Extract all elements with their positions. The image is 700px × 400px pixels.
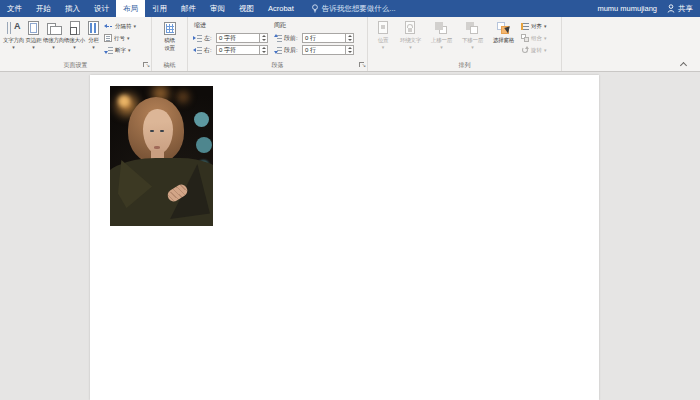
share-button[interactable]: 共享 [667, 4, 693, 14]
indent-left-label: 左: [204, 34, 214, 43]
woman-eye [150, 130, 154, 132]
lightbulb-icon [311, 4, 319, 13]
selection-pane-button[interactable]: 选择窗格 [488, 19, 519, 44]
wrap-text-label: 环绕文字 [400, 37, 421, 44]
grid-settings-label-line2: 设置 [164, 45, 175, 52]
position-icon [376, 21, 391, 36]
page-setup-dialog-launcher[interactable] [143, 62, 150, 69]
collapse-ribbon-button[interactable] [679, 61, 688, 68]
indent-right-label: 右: [204, 46, 214, 55]
align-label: 对齐 [531, 23, 542, 30]
group-objects-button[interactable]: 组合 [521, 33, 547, 43]
rotate-button[interactable]: 旋转 [521, 45, 547, 55]
dropdown-arrow-icon [409, 45, 412, 49]
space-before-input[interactable]: 0 行 [302, 33, 346, 43]
breaks-label: 分隔符 [115, 23, 132, 30]
space-after-stepper[interactable] [346, 45, 354, 55]
woman-eye [160, 130, 164, 132]
group-page-setup: 文字方向 页边距 纸张方向 纸张大小 分栏 [0, 17, 152, 71]
dropdown-arrow-icon [471, 45, 474, 49]
indent-right-row: 右: 0 字符 [193, 44, 268, 56]
tab-mailings[interactable]: 邮件 [174, 0, 203, 17]
space-after-input[interactable]: 0 行 [302, 45, 346, 55]
dropdown-arrow-icon [382, 45, 385, 49]
breaks-icon [104, 23, 113, 30]
send-backward-button[interactable]: 下移一层 [457, 19, 488, 49]
bokeh-light [118, 95, 130, 107]
margins-button[interactable]: 页边距 [24, 19, 43, 49]
group-paragraph: 缩进 左: 0 字符 右: 0 字符 [188, 17, 368, 71]
dropdown-arrow-icon [52, 45, 55, 49]
spacing-header: 间距 [274, 21, 354, 30]
tab-references[interactable]: 引用 [145, 0, 174, 17]
indent-left-input[interactable]: 0 字符 [216, 33, 260, 43]
space-before-stepper[interactable] [346, 33, 354, 43]
space-after-row: 段后: 0 行 [273, 44, 354, 56]
space-after-label: 段后: [284, 46, 300, 55]
wrap-text-icon [403, 21, 418, 36]
position-button[interactable]: 位置 [371, 19, 395, 49]
hyphenation-label: 断字 [115, 47, 126, 54]
account-name[interactable]: mumu mumujiang [597, 4, 657, 13]
dropdown-arrow-icon [134, 24, 137, 28]
line-numbers-icon [104, 34, 112, 42]
orientation-button[interactable]: 纸张方向 [43, 19, 64, 49]
dropdown-arrow-icon [92, 45, 95, 49]
text-direction-label: 文字方向 [3, 37, 24, 44]
indent-header: 缩进 [194, 21, 268, 30]
hyphenation-button[interactable]: 断字 [104, 45, 136, 55]
text-direction-button[interactable]: 文字方向 [3, 19, 24, 49]
dropdown-arrow-icon [544, 48, 547, 52]
selection-pane-label: 选择窗格 [493, 37, 514, 44]
paper-size-icon [67, 21, 83, 36]
spacing-column: 间距 段前: 0 行 段后: 0 行 [271, 19, 357, 56]
line-numbers-label: 行号 [114, 35, 125, 42]
rotate-label: 旋转 [531, 47, 542, 54]
tell-me-placeholder: 告诉我您想要做什么... [322, 4, 396, 14]
align-button[interactable]: 对齐 [521, 21, 547, 31]
grid-settings-icon [162, 21, 178, 36]
space-before-row: 段前: 0 行 [273, 32, 354, 44]
columns-button[interactable]: 分栏 [85, 19, 102, 49]
person-icon [667, 4, 675, 13]
indent-left-stepper[interactable] [260, 33, 268, 43]
rotate-icon [521, 46, 529, 54]
tell-me-box[interactable]: 告诉我您想要做什么... [311, 0, 396, 17]
grid-settings-button[interactable]: 稿纸 设置 [156, 19, 184, 52]
line-numbers-button[interactable]: 行号 [104, 33, 136, 43]
indent-right-icon [193, 46, 202, 54]
tab-insert[interactable]: 插入 [58, 0, 87, 17]
document-page[interactable] [90, 75, 599, 400]
tab-view[interactable]: 视图 [232, 0, 261, 17]
hyphenation-icon [104, 46, 113, 54]
indent-right-input[interactable]: 0 字符 [216, 45, 260, 55]
wrap-text-button[interactable]: 环绕文字 [395, 19, 426, 49]
tab-review[interactable]: 审阅 [203, 0, 232, 17]
indent-column: 缩进 左: 0 字符 右: 0 字符 [191, 19, 271, 56]
tab-file[interactable]: 文件 [0, 0, 29, 17]
paragraph-dialog-launcher[interactable] [359, 62, 366, 69]
tab-design[interactable]: 设计 [87, 0, 116, 17]
group-manuscript: 稿纸 设置 稿纸 [152, 17, 188, 71]
space-before-label: 段前: [284, 34, 300, 43]
selection-pane-icon [496, 21, 511, 36]
send-backward-icon [465, 21, 480, 36]
ribbon: 文字方向 页边距 纸张方向 纸张大小 分栏 [0, 17, 700, 72]
paper-size-button[interactable]: 纸张大小 [64, 19, 85, 49]
titlebar-right: mumu mumujiang 共享 [597, 0, 700, 17]
share-label: 共享 [678, 4, 693, 14]
title-bar: 文件 开始 插入 设计 布局 引用 邮件 审阅 视图 Acrobat 告诉我您想… [0, 0, 700, 17]
inserted-image[interactable] [110, 86, 213, 226]
bring-forward-button[interactable]: 上移一层 [426, 19, 457, 49]
align-icon [521, 23, 529, 30]
document-area [0, 73, 700, 400]
margins-icon [26, 21, 42, 36]
tab-layout[interactable]: 布局 [116, 0, 145, 17]
page-setup-small-buttons: 分隔符 行号 断字 [102, 19, 137, 55]
position-label: 位置 [378, 37, 389, 44]
breaks-button[interactable]: 分隔符 [104, 21, 136, 31]
indent-right-stepper[interactable] [260, 45, 268, 55]
tab-acrobat[interactable]: Acrobat [261, 0, 301, 17]
dropdown-arrow-icon [544, 24, 547, 28]
tab-home[interactable]: 开始 [29, 0, 58, 17]
